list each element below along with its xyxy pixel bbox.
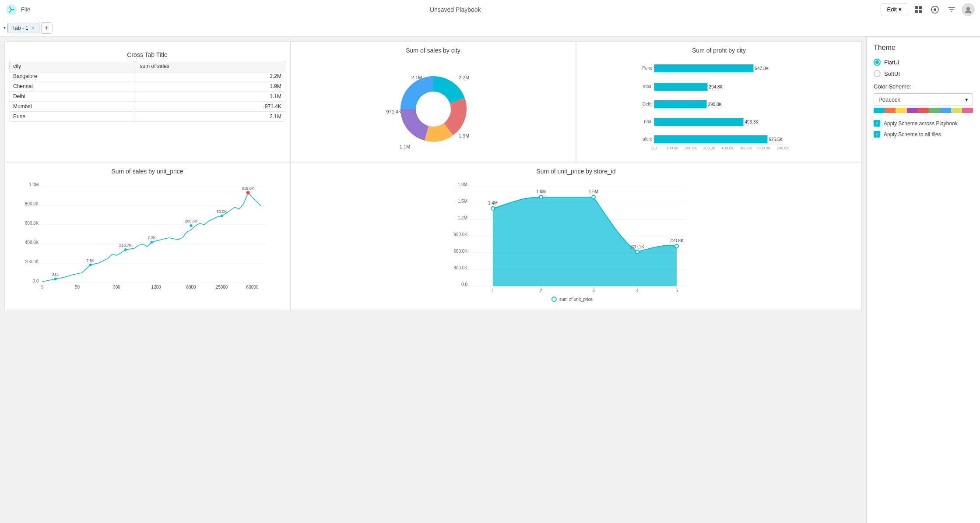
line-chart-svg: 1.0M 800.0K 600.0K 400.0K 200.0K 0.0: [9, 177, 285, 300]
apply-tiles-check-icon: ✓: [875, 132, 879, 137]
tab-chevron-icon[interactable]: ▾: [4, 25, 6, 30]
svg-text:971.4K: 971.4K: [386, 109, 402, 114]
apply-tiles-label: Apply Scheme to all tiles: [884, 131, 941, 138]
add-tab-button[interactable]: +: [41, 22, 53, 34]
svg-text:700.0K: 700.0K: [776, 146, 789, 150]
svg-point-57: [190, 224, 193, 227]
svg-rect-3: [919, 10, 922, 13]
svg-text:234: 234: [52, 272, 59, 277]
svg-rect-0: [915, 6, 918, 9]
svg-text:7.2K: 7.2K: [148, 236, 156, 240]
donut-chart-svg: 2.1M 2.2M 1.9M 1.1M 971.4K: [381, 61, 486, 157]
softui-theme-option[interactable]: SoftUI: [874, 70, 973, 77]
bar-tile: Sum of profit by city Pune mbai Delhi nn…: [576, 41, 862, 162]
thoughtspot-logo-icon: [5, 4, 18, 16]
flatui-theme-option[interactable]: FlatUI: [874, 59, 973, 66]
svg-text:8000: 8000: [186, 285, 196, 290]
apply-tiles-checkbox-box[interactable]: ✓: [874, 131, 880, 138]
svg-text:0.0: 0.0: [461, 282, 467, 287]
svg-point-5: [934, 8, 936, 11]
svg-text:100.0K: 100.0K: [666, 146, 679, 150]
color-scheme-label: Color Scheme:: [874, 83, 973, 90]
svg-text:1.6M: 1.6M: [536, 189, 546, 194]
svg-point-55: [151, 241, 153, 244]
svg-text:50.0K: 50.0K: [217, 209, 227, 214]
color-scheme-chevron-icon: ▾: [965, 96, 968, 103]
flatui-label: FlatUI: [884, 59, 899, 66]
svg-text:0.0: 0.0: [651, 146, 657, 150]
svg-text:nnai: nnai: [644, 119, 653, 124]
color-swatch: [918, 108, 929, 113]
tab-1[interactable]: Tab - 1 ✕: [7, 23, 39, 33]
apply-playbook-checkbox-box[interactable]: ✓: [874, 120, 880, 127]
svg-text:900.0K: 900.0K: [453, 232, 467, 237]
svg-point-6: [966, 7, 970, 11]
apply-playbook-label: Apply Scheme across Playbook: [884, 120, 958, 127]
flatui-radio[interactable]: [874, 59, 881, 66]
svg-text:300.0K: 300.0K: [453, 265, 467, 270]
svg-text:1.1M: 1.1M: [399, 144, 410, 149]
file-menu[interactable]: File: [21, 6, 30, 13]
main-layout: Cross Tab Title city sum of sales Bangal…: [0, 37, 980, 523]
color-scheme-value: Peacock: [878, 96, 900, 103]
color-swatch: [885, 108, 896, 113]
crosstab-tile: Cross Tab Title city sum of sales Bangal…: [4, 41, 290, 162]
svg-point-53: [124, 248, 127, 251]
bar-title: Sum of profit by city: [576, 42, 861, 57]
svg-text:294.8K: 294.8K: [709, 85, 723, 89]
tab-1-close-icon[interactable]: ✕: [31, 25, 35, 30]
svg-rect-18: [654, 64, 754, 72]
svg-text:300.0K: 300.0K: [703, 146, 716, 150]
svg-text:alore: alore: [643, 137, 653, 141]
color-swatch: [907, 108, 918, 113]
svg-text:800.0K: 800.0K: [25, 201, 39, 206]
svg-text:Pune: Pune: [642, 66, 653, 71]
filter-icon[interactable]: [945, 3, 958, 16]
svg-point-61: [246, 191, 250, 194]
svg-text:720.8K: 720.8K: [670, 238, 684, 243]
present-icon[interactable]: [928, 3, 941, 16]
svg-text:63000: 63000: [246, 285, 259, 290]
apply-scheme-playbook-checkbox[interactable]: ✓ Apply Scheme across Playbook: [874, 120, 973, 127]
color-swatch-row: [874, 108, 973, 113]
table-row: Bangalore2.2M: [10, 71, 285, 81]
color-scheme-dropdown[interactable]: Peacock ▾: [874, 93, 973, 106]
svg-text:7.8K: 7.8K: [86, 258, 95, 263]
donut-title: Sum of sales by city: [291, 42, 576, 57]
svg-rect-20: [654, 83, 708, 91]
svg-text:sum of unit_price: sum of unit_price: [559, 297, 593, 302]
svg-text:0.0: 0.0: [33, 279, 39, 283]
svg-point-49: [54, 278, 57, 280]
svg-rect-26: [654, 135, 768, 143]
svg-text:290.8K: 290.8K: [708, 102, 722, 107]
tab-1-label: Tab - 1: [12, 25, 28, 31]
apply-playbook-check-icon: ✓: [875, 121, 879, 126]
table-row: Chennai1.9M: [10, 81, 285, 92]
apply-scheme-tiles-checkbox[interactable]: ✓ Apply Scheme to all tiles: [874, 131, 973, 138]
svg-rect-24: [654, 118, 744, 126]
svg-point-7: [416, 92, 451, 127]
color-swatch: [929, 108, 940, 113]
svg-text:620.1K: 620.1K: [630, 244, 644, 249]
svg-text:25000: 25000: [216, 285, 228, 290]
svg-point-51: [89, 264, 92, 266]
svg-text:1.6M: 1.6M: [589, 189, 598, 194]
svg-text:9: 9: [41, 285, 44, 290]
grid-view-icon[interactable]: [912, 3, 925, 16]
svg-text:3: 3: [592, 288, 595, 293]
top-bar: File Unsaved Playbook Edit ▾: [0, 0, 980, 19]
canvas: Cross Tab Title city sum of sales Bangal…: [0, 37, 866, 523]
softui-radio[interactable]: [874, 70, 881, 77]
svg-text:50: 50: [75, 285, 80, 290]
crosstab-col-city: city: [10, 61, 136, 71]
svg-text:Delhi: Delhi: [643, 102, 653, 106]
topbar-right: Edit ▾: [881, 3, 975, 16]
line-tile: Sum of sales by unit_price 1.0M 800.0K 6…: [4, 162, 290, 311]
line-title: Sum of sales by unit_price: [5, 163, 290, 177]
svg-text:493.3K: 493.3K: [745, 120, 759, 124]
avatar[interactable]: [962, 3, 975, 16]
svg-text:1.4M: 1.4M: [488, 201, 498, 205]
svg-point-86: [592, 195, 595, 199]
playbook-title: Unsaved Playbook: [430, 6, 481, 13]
edit-button[interactable]: Edit ▾: [881, 4, 908, 15]
